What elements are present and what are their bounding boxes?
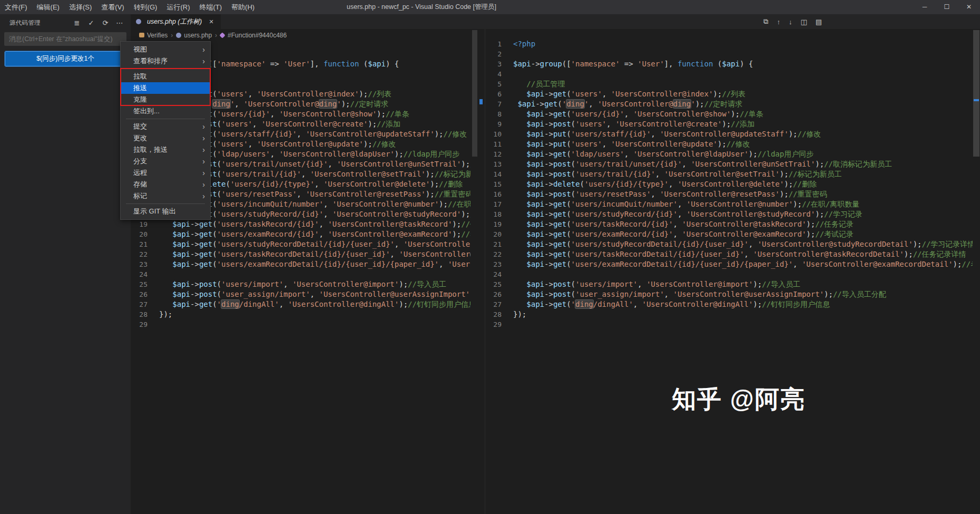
code-line[interactable]: 6 $api->get('users', 'UsersController@in… [485,89,973,99]
code-text: $api->get('users/taskRecord/{id}', 'User… [155,219,471,229]
code-line[interactable]: 12 $api->get('ldap/users', 'UsersControl… [485,149,973,159]
code-line[interactable]: 25 $api->post('users/import', 'UsersCont… [485,279,973,289]
context-menu-item[interactable]: 拉取，推送› [121,144,210,156]
tab-close-icon[interactable]: ✕ [207,18,215,25]
code-line[interactable]: 16 $api->post('users/resetPass', 'UsersC… [485,189,973,199]
code-line[interactable]: 29 [485,319,973,329]
code-line[interactable]: 1<?php [485,39,973,49]
context-menu-item[interactable]: 提交› [121,121,210,132]
menubar-item[interactable]: 运行(R) [162,0,194,14]
menubar-item[interactable]: 文件(F) [0,0,32,14]
menubar-item[interactable]: 编辑(E) [32,0,64,14]
next-change-icon[interactable]: ↓ [789,18,792,26]
code-line[interactable]: 21 $api->get('users/studyRecordDetail/{i… [131,239,471,249]
tab-bar: users.php (工作树) ✕ ⧉↑↓◫▤ [131,14,980,29]
code-line[interactable]: 26 $api->post('user_assign/import', 'Use… [131,289,471,299]
breadcrumb: Verifies›users.php›#Function#9440c486 [131,29,471,41]
context-menu-item[interactable]: 存储› [121,179,210,190]
code-line[interactable]: 13 $api->post('users/trail/unset/{id}', … [485,159,973,169]
folder-icon [139,33,144,37]
layout-icon[interactable]: ▤ [816,18,822,26]
open-file-icon[interactable]: ⧉ [763,17,768,26]
split-editor-icon[interactable]: ◫ [800,18,807,26]
code-line[interactable]: 8 $api->get('users/{id}', 'UsersControll… [485,109,973,119]
code-line[interactable]: 19 $api->get('users/taskRecord/{id}', 'U… [131,219,471,229]
commit-message-input[interactable] [4,32,126,46]
line-number: 21 [485,239,509,249]
line-number: 3 [485,59,509,69]
menu-item-label: 存储 [133,180,147,188]
commit-check-icon[interactable]: ✓ [86,19,96,27]
menubar-item[interactable]: 转到(G) [129,0,162,14]
close-icon[interactable]: ✕ [958,0,980,14]
code-line[interactable]: 4 [485,69,973,79]
context-menu-item[interactable]: 推送 [121,82,210,94]
code-text: $api->get('ding/dingAll', 'UsersControll… [155,299,471,309]
code-line[interactable]: 18 $api->get('users/studyRecord/{id}', '… [485,209,973,219]
code-line[interactable]: 21 $api->get('users/studyRecordDetail/{i… [485,239,973,249]
menu-item-label: 查看和排序 [133,57,168,65]
context-menu-item[interactable]: 拉取 [121,71,210,82]
line-number: 20 [131,229,155,239]
code-line[interactable]: 10 $api->put('users/staff/{id}', 'UsersC… [485,129,973,139]
editor-scrollbar[interactable] [973,29,980,514]
view-as-list-icon[interactable]: ≣ [72,19,82,27]
code-line[interactable]: 27 $api->get('ding/dingAll', 'UsersContr… [485,299,973,309]
code-line[interactable]: 22 $api->get('users/taskRecordDetail/{id… [131,249,471,259]
context-menu-item[interactable]: 标记› [121,190,210,202]
code-line[interactable]: 15 $api->delete('users/{id}/{type}', 'Us… [485,179,973,189]
context-menu-item[interactable]: 查看和排序› [121,55,210,67]
code-line[interactable]: 17 $api->get('users/incumQuit/number', '… [485,199,973,209]
sidebar-header: 源代码管理 ≣✓⟳⋯ [0,14,131,31]
menubar-item[interactable]: 终端(T) [194,0,227,14]
context-menu-item[interactable]: 显示 GIT 输出 [121,206,210,217]
context-menu-item[interactable]: 分支› [121,156,210,167]
tab-users-php[interactable]: users.php (工作树) ✕ [131,14,221,29]
code-line[interactable]: 5 //员工管理 [485,79,973,89]
code-line[interactable]: 3$api->group(['namespace' => 'User'], fu… [485,59,973,69]
minimize-icon[interactable]: ─ [914,0,936,14]
code-line[interactable]: 27 $api->get('ding/dingAll', 'UsersContr… [131,299,471,309]
menubar-item[interactable]: 选择(S) [64,0,96,14]
code-line[interactable]: 19 $api->get('users/taskRecord/{id}', 'U… [485,219,973,229]
code-line[interactable]: 11 $api->put('users', 'UsersController@u… [485,139,973,149]
diff-pane-modified[interactable]: 1<?php23$api->group(['namespace' => 'Use… [485,29,973,514]
menubar-item[interactable]: 查看(V) [96,0,129,14]
more-actions-icon[interactable]: ⋯ [115,19,124,27]
refresh-icon[interactable]: ⟳ [101,19,110,27]
context-menu-item[interactable]: 签出到... [121,105,210,117]
context-menu-item[interactable]: 视图› [121,44,210,55]
code-line[interactable]: 23 $api->get('users/examRecordDetail/{id… [131,259,471,269]
code-line[interactable]: 20 $api->get('users/examRecord/{id}', 'U… [131,229,471,239]
previous-change-icon[interactable]: ↑ [777,18,780,26]
code-line[interactable]: 22 $api->get('users/taskRecordDetail/{id… [485,249,973,259]
code-line[interactable]: 26 $api->post('user_assign/import', 'Use… [485,289,973,299]
code-line[interactable]: 7 $api->get('ding', 'UsersController@din… [485,99,973,109]
breadcrumb-item[interactable]: Verifies [139,32,168,39]
breadcrumb-item[interactable]: #Function#9440c486 [220,32,287,39]
code-line[interactable]: 29 [131,319,471,329]
code-line[interactable]: 25 $api->post('users/import', 'UsersCont… [131,279,471,289]
code-line[interactable]: 24 [131,269,471,279]
breadcrumb-item[interactable]: users.php [176,32,212,39]
sync-changes-button[interactable]: $(同步)同步更改1个 [5,51,126,66]
menubar-item[interactable]: 帮助(H) [227,0,259,14]
context-menu-item[interactable]: 更改› [121,132,210,144]
line-number: 22 [131,249,155,259]
code-line[interactable]: 9 $api->post('users', 'UsersController@c… [485,119,973,129]
code-line[interactable]: 23 $api->get('users/examRecordDetail/{id… [485,259,973,269]
code-line[interactable]: 20 $api->get('users/examRecord/{id}', 'U… [485,229,973,239]
context-menu-item[interactable]: 克隆 [121,94,210,105]
code-line[interactable]: 24 [485,269,973,279]
maximize-icon[interactable]: ☐ [936,0,958,14]
code-line[interactable]: 28}); [485,309,973,319]
left-scrollbar-thumb[interactable] [472,30,477,157]
diff-sash[interactable] [471,29,485,514]
context-menu-item[interactable]: 远程› [121,167,210,179]
line-number: 27 [485,299,509,309]
code-line[interactable]: 28}); [131,309,471,319]
line-number: 24 [485,269,509,279]
code-line[interactable]: 2 [485,49,973,59]
scrollbar-thumb[interactable] [973,30,979,157]
code-line[interactable]: 14 $api->post('users/trail/{id}', 'Users… [485,169,973,179]
